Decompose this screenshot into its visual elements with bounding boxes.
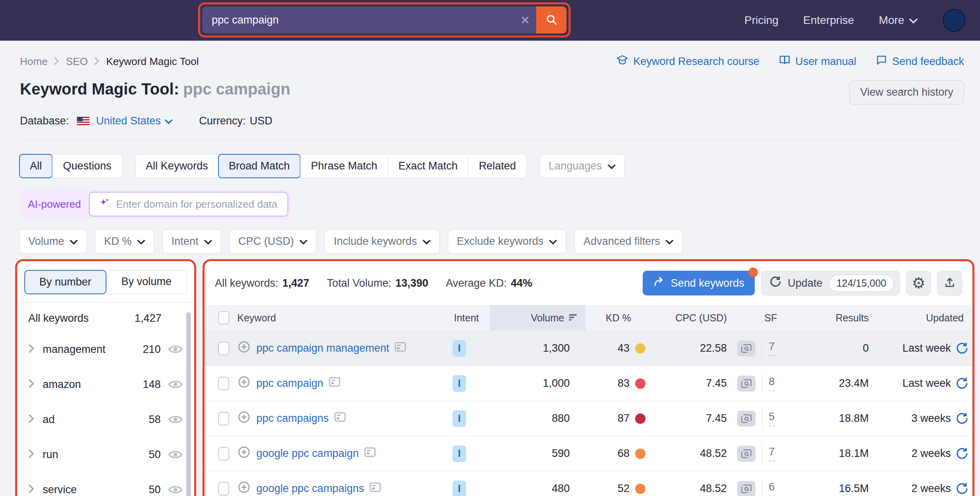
column-header-kd[interactable]: KD %: [586, 312, 653, 324]
sidebar-item-amazon[interactable]: amazon 148: [24, 367, 187, 402]
column-header-results[interactable]: Results: [797, 312, 873, 324]
cpc-value: 7.45: [653, 412, 733, 425]
user-manual-link[interactable]: User manual: [779, 54, 856, 69]
nav-enterprise[interactable]: Enterprise: [803, 14, 854, 27]
view-search-history-button[interactable]: View search history: [849, 80, 964, 104]
domain-input[interactable]: [116, 198, 279, 211]
tab-related[interactable]: Related: [468, 154, 526, 178]
keyword-link[interactable]: ppc campaigns: [256, 412, 329, 425]
database-selector[interactable]: United States: [96, 115, 173, 127]
select-all-checkbox[interactable]: [218, 311, 229, 325]
search-input[interactable]: [202, 6, 514, 33]
serp-preview-icon[interactable]: [737, 446, 756, 462]
sidebar-scrollbar[interactable]: [186, 312, 191, 496]
updated-value: Last week: [902, 342, 951, 354]
settings-button[interactable]: ⚙: [906, 271, 931, 295]
refresh-metrics-icon[interactable]: [956, 412, 968, 425]
column-header-updated[interactable]: Updated: [873, 312, 972, 324]
add-keyword-icon[interactable]: [237, 340, 251, 356]
chevron-right-icon: [54, 55, 59, 68]
sf-value[interactable]: 7: [769, 446, 775, 461]
sf-value[interactable]: 7: [769, 341, 775, 356]
eye-icon[interactable]: [168, 484, 183, 495]
export-button[interactable]: [937, 271, 962, 295]
tab-exact-match[interactable]: Exact Match: [388, 154, 468, 178]
refresh-metrics-icon[interactable]: [956, 482, 968, 495]
tab-broad-match[interactable]: Broad Match: [218, 154, 301, 178]
row-checkbox[interactable]: [218, 447, 229, 461]
row-checkbox[interactable]: [218, 412, 229, 425]
breadcrumb: Home SEO Keyword Magic Tool: [20, 55, 199, 68]
add-keyword-icon[interactable]: [237, 480, 251, 496]
serp-preview-icon[interactable]: [737, 411, 756, 427]
filter-advanced[interactable]: Advanced filters: [574, 229, 683, 254]
table-header: Keyword Intent Volume KD % CPC (USD) SF …: [205, 305, 972, 331]
keyword-link[interactable]: google ppc campaign: [256, 447, 359, 460]
filter-include-keywords[interactable]: Include keywords: [325, 229, 440, 254]
breadcrumb-home[interactable]: Home: [20, 55, 47, 68]
row-checkbox[interactable]: [218, 377, 229, 390]
keyword-link[interactable]: ppc campaign: [256, 377, 323, 390]
keyword-link[interactable]: ppc campaign management: [256, 342, 389, 354]
tab-questions[interactable]: Questions: [52, 154, 122, 178]
column-header-keyword[interactable]: Keyword: [233, 312, 442, 324]
serp-features-icon: [335, 412, 346, 425]
sidebar-item-service[interactable]: service 50: [24, 472, 187, 496]
add-keyword-icon[interactable]: [237, 445, 251, 462]
row-checkbox[interactable]: [218, 342, 229, 355]
toggle-by-number[interactable]: By number: [24, 270, 106, 294]
sf-value[interactable]: 8: [769, 376, 775, 391]
avatar[interactable]: [943, 9, 966, 32]
refresh-metrics-icon[interactable]: [956, 447, 968, 460]
filter-cpc[interactable]: CPC (USD): [229, 229, 317, 254]
tab-all-keywords[interactable]: All Keywords: [136, 154, 218, 178]
serp-preview-icon[interactable]: [737, 341, 756, 356]
serp-preview-icon[interactable]: [737, 376, 756, 392]
sidebar-item-run[interactable]: run 50: [24, 437, 187, 472]
cpc-value: 7.45: [653, 377, 733, 390]
column-header-intent[interactable]: Intent: [442, 312, 490, 324]
sidebar-item-ad[interactable]: ad 58: [24, 402, 187, 437]
eye-icon[interactable]: [168, 414, 183, 425]
languages-dropdown[interactable]: Languages: [539, 154, 625, 178]
tab-phrase-match[interactable]: Phrase Match: [300, 154, 388, 178]
sidebar-item-all-keywords[interactable]: All keywords 1,427: [24, 303, 187, 332]
refresh-metrics-icon[interactable]: [956, 377, 968, 390]
update-button[interactable]: Update 124/15,000: [761, 271, 900, 295]
send-feedback-link[interactable]: Send feedback: [876, 54, 964, 69]
refresh-metrics-icon[interactable]: [956, 342, 968, 355]
serp-preview-icon[interactable]: [737, 481, 756, 496]
column-header-cpc[interactable]: CPC (USD): [653, 312, 733, 324]
add-keyword-icon[interactable]: [237, 410, 251, 427]
nav-pricing[interactable]: Pricing: [744, 14, 779, 27]
column-header-sf[interactable]: SF: [733, 312, 797, 324]
nav-more[interactable]: More: [879, 14, 918, 27]
filter-kd[interactable]: KD %: [95, 229, 154, 254]
database-label: Database:: [20, 115, 69, 127]
filter-intent[interactable]: Intent: [162, 229, 221, 254]
column-header-volume[interactable]: Volume: [490, 305, 586, 331]
row-checkbox[interactable]: [218, 482, 229, 496]
update-label: Update: [788, 277, 823, 289]
all-keywords-count: 1,427: [134, 312, 161, 325]
search-button[interactable]: [536, 6, 567, 33]
filter-volume[interactable]: Volume: [19, 229, 87, 254]
eye-icon[interactable]: [168, 344, 183, 355]
add-keyword-icon[interactable]: [237, 375, 251, 392]
cell-divider: [762, 443, 762, 464]
sf-value[interactable]: 6: [769, 481, 775, 496]
keyword-link[interactable]: google ppc campaigns: [256, 482, 364, 495]
sf-value[interactable]: 5: [769, 411, 775, 426]
tab-all[interactable]: All: [19, 154, 53, 178]
eye-icon[interactable]: [168, 379, 183, 390]
eye-icon[interactable]: [168, 449, 183, 460]
toggle-by-volume[interactable]: By volume: [106, 270, 187, 294]
keyword-research-course-link[interactable]: Keyword Research course: [616, 54, 760, 69]
currency-display: Currency: USD: [199, 115, 272, 127]
sidebar-item-management[interactable]: management 210: [24, 332, 187, 367]
clear-search-icon[interactable]: ✕: [514, 6, 536, 33]
send-keywords-button[interactable]: Send keywords: [643, 271, 755, 295]
filter-exclude-keywords[interactable]: Exclude keywords: [448, 229, 567, 254]
volume-header-label: Volume: [531, 312, 564, 324]
breadcrumb-seo[interactable]: SEO: [66, 55, 88, 68]
